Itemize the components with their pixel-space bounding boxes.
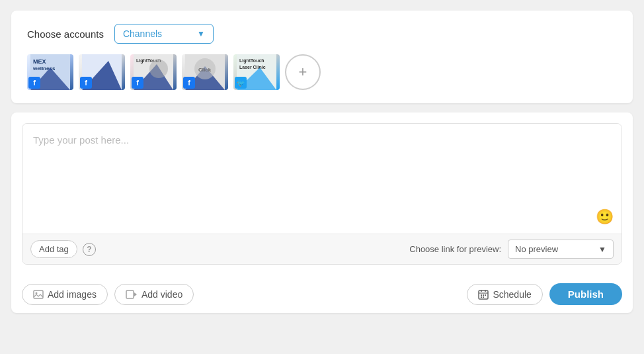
add-tag-label: Add tag	[39, 244, 69, 254]
accounts-label: Choose accounts	[27, 28, 104, 40]
add-tag-button[interactable]: Add tag	[30, 240, 77, 258]
svg-point-19	[36, 292, 38, 294]
plus-icon: +	[299, 64, 307, 81]
link-preview-label: Choose link for preview:	[409, 244, 501, 254]
svg-rect-29	[481, 296, 482, 298]
action-right: Schedule Publish	[467, 283, 622, 305]
accounts-row: Choose accounts Channels ▼	[27, 24, 617, 44]
svg-rect-26	[481, 294, 482, 296]
svg-rect-28	[485, 294, 486, 296]
svg-text:LightTouch: LightTouch	[239, 58, 264, 64]
account-avatar-5[interactable]: LightTouch Laser Clinic 🐦	[233, 54, 280, 90]
add-images-label: Add images	[48, 289, 97, 300]
facebook-badge-4: f	[183, 77, 195, 89]
choose-accounts-card: Choose accounts Channels ▼ MEX wellness …	[11, 11, 633, 103]
add-account-button[interactable]: +	[285, 54, 321, 90]
schedule-button[interactable]: Schedule	[467, 284, 542, 305]
publish-button[interactable]: Publish	[549, 283, 622, 305]
post-editor-card: 🙂 Add tag ? Choose link for preview: No …	[11, 112, 633, 313]
post-toolbar: Add tag ? Choose link for preview: No pr…	[22, 234, 622, 264]
svg-text:MEX: MEX	[33, 58, 46, 65]
svg-point-9	[149, 60, 168, 78]
svg-rect-18	[34, 290, 43, 298]
no-preview-label: No preview	[515, 244, 558, 254]
post-actions: Add images Add video	[11, 275, 633, 313]
account-avatar-2[interactable]: f	[79, 54, 125, 90]
facebook-badge-2: f	[80, 77, 92, 89]
svg-rect-27	[483, 294, 484, 296]
toolbar-left: Add tag ?	[30, 240, 96, 258]
no-preview-dropdown[interactable]: No preview ▼	[508, 240, 614, 259]
svg-rect-30	[483, 296, 484, 298]
action-left: Add images Add video	[22, 284, 194, 305]
svg-text:Click: Click	[198, 67, 212, 73]
channels-dropdown[interactable]: Channels ▼	[114, 24, 214, 44]
account-avatar-1[interactable]: MEX wellness f	[27, 54, 73, 90]
post-textarea-wrap: 🙂	[22, 124, 622, 234]
post-textarea[interactable]	[33, 134, 611, 220]
twitter-badge-5: 🐦	[235, 77, 247, 89]
add-video-label: Add video	[141, 289, 182, 300]
add-video-button[interactable]: Add video	[114, 284, 194, 305]
publish-label: Publish	[568, 288, 604, 300]
svg-marker-21	[134, 292, 137, 296]
facebook-badge-1: f	[28, 77, 40, 89]
facebook-badge-3: f	[132, 77, 143, 89]
video-icon	[126, 290, 138, 299]
chevron-down-icon: ▼	[598, 245, 606, 254]
calendar-icon	[478, 289, 489, 300]
schedule-label: Schedule	[493, 289, 531, 300]
svg-rect-20	[126, 290, 134, 298]
post-editor-inner: 🙂 Add tag ? Choose link for preview: No …	[22, 123, 622, 265]
toolbar-right: Choose link for preview: No preview ▼	[409, 240, 614, 259]
emoji-icon[interactable]: 🙂	[596, 208, 614, 226]
account-avatar-3[interactable]: LightTouch f	[130, 54, 177, 90]
chevron-down-icon: ▼	[197, 29, 205, 38]
account-avatars-list: MEX wellness f f Li	[27, 54, 617, 90]
svg-text:Laser Clinic: Laser Clinic	[239, 65, 266, 69]
add-images-button[interactable]: Add images	[22, 284, 108, 305]
account-avatar-4[interactable]: Click f	[182, 54, 228, 90]
image-icon	[33, 289, 44, 300]
help-icon[interactable]: ?	[83, 243, 96, 256]
channels-dropdown-label: Channels	[123, 28, 162, 39]
